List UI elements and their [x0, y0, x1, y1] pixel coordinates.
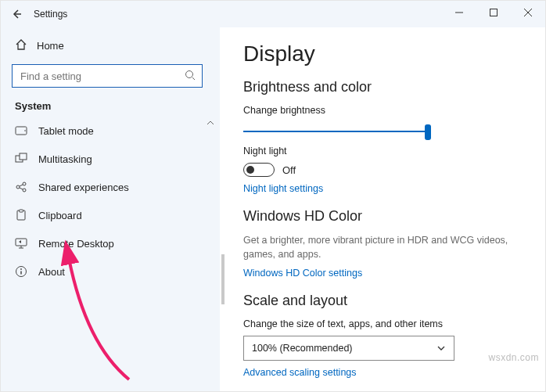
- window-title: Settings: [32, 9, 67, 20]
- page-title: Display: [243, 41, 526, 67]
- minimize-icon: [455, 9, 463, 16]
- nav-item-shared-experiences[interactable]: Shared experiences: [1, 173, 220, 201]
- back-button[interactable]: [1, 1, 32, 27]
- category-label: System: [1, 99, 220, 117]
- svg-point-3: [24, 130, 26, 131]
- chevron-down-icon: [436, 343, 446, 353]
- maximize-icon: [490, 9, 498, 16]
- titlebar: Settings: [1, 1, 545, 27]
- nav-item-about[interactable]: About: [1, 257, 220, 286]
- remote-desktop-icon: [15, 237, 27, 250]
- slider-thumb[interactable]: [425, 124, 431, 140]
- search-wrap: [1, 64, 220, 99]
- nav-item-remote-desktop[interactable]: Remote Desktop: [1, 229, 220, 257]
- night-light-label: Night light: [243, 146, 526, 156]
- svg-point-8: [23, 189, 26, 192]
- arrow-left-icon: [11, 9, 22, 20]
- section-brightness-title: Brightness and color: [243, 79, 526, 95]
- left-panel: Home System Tablet mode: [1, 27, 220, 391]
- search-field[interactable]: [19, 70, 185, 83]
- nav-item-label: Tablet mode: [38, 125, 94, 137]
- maximize-button[interactable]: [476, 1, 511, 24]
- night-light-toggle-row: Off: [243, 163, 526, 177]
- night-light-toggle[interactable]: [243, 163, 275, 177]
- svg-point-1: [186, 70, 193, 77]
- nav-item-multitasking[interactable]: Multitasking: [1, 145, 220, 173]
- scale-label: Change the size of text, apps, and other…: [243, 318, 526, 329]
- nav-item-tablet-mode[interactable]: Tablet mode: [1, 117, 220, 145]
- nav-item-clipboard[interactable]: Clipboard: [1, 201, 220, 229]
- night-light-settings-link[interactable]: Night light settings: [243, 183, 526, 194]
- svg-point-6: [16, 185, 20, 189]
- brightness-slider[interactable]: [243, 122, 431, 141]
- brightness-label: Change brightness: [243, 105, 526, 116]
- watermark: wsxdn.com: [488, 352, 539, 363]
- scale-dropdown[interactable]: 100% (Recommended): [243, 336, 454, 361]
- nav-home[interactable]: Home: [1, 34, 220, 64]
- nav-item-label: Remote Desktop: [38, 238, 114, 250]
- share-icon: [15, 181, 27, 193]
- toggle-knob: [246, 166, 254, 174]
- hdcolor-description: Get a brighter, more vibrant picture in …: [243, 234, 509, 261]
- search-icon: [185, 70, 196, 83]
- scroll-up-button[interactable]: [204, 117, 217, 129]
- nav-item-label: Multitasking: [38, 153, 92, 165]
- nav-item-label: About: [38, 266, 65, 278]
- window-controls: [442, 1, 545, 24]
- hdcolor-settings-link[interactable]: Windows HD Color settings: [243, 268, 526, 279]
- nav-list: Tablet mode Multitasking Shared experien…: [1, 117, 220, 391]
- content-scrollbar[interactable]: [221, 254, 225, 304]
- slider-track: [243, 131, 431, 132]
- section-hdcolor-title: Windows HD Color: [243, 208, 526, 225]
- settings-window: Settings Home: [0, 0, 546, 392]
- scale-dropdown-value: 100% (Recommended): [252, 343, 353, 354]
- clipboard-icon: [15, 209, 27, 221]
- tablet-icon: [15, 124, 27, 137]
- svg-point-7: [23, 182, 26, 185]
- night-light-state: Off: [282, 164, 296, 176]
- nav-home-label: Home: [37, 40, 64, 52]
- info-icon: [15, 265, 27, 278]
- advanced-scaling-link[interactable]: Advanced scaling settings: [243, 367, 526, 378]
- svg-rect-10: [20, 210, 23, 212]
- body: Home System Tablet mode: [1, 27, 545, 391]
- svg-rect-5: [20, 153, 27, 160]
- section-scale-title: Scale and layout: [243, 293, 526, 309]
- minimize-button[interactable]: [442, 1, 476, 24]
- svg-rect-0: [490, 9, 498, 16]
- svg-point-13: [20, 268, 22, 270]
- chevron-up-icon: [207, 119, 214, 127]
- home-icon: [15, 38, 27, 53]
- multitasking-icon: [15, 153, 27, 165]
- nav-item-label: Shared experiences: [38, 182, 129, 193]
- search-input[interactable]: [12, 64, 203, 88]
- close-icon: [524, 9, 532, 16]
- content-panel: Display Brightness and color Change brig…: [220, 27, 545, 391]
- nav-item-label: Clipboard: [38, 210, 82, 221]
- close-button[interactable]: [511, 1, 545, 24]
